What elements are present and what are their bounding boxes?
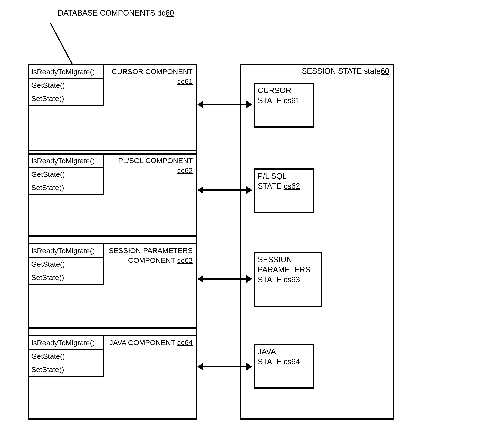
arrow-java	[198, 366, 251, 367]
state-line3-prefix: STATE	[258, 275, 284, 284]
arrow-cursor	[198, 104, 251, 105]
state-line1: JAVA	[258, 347, 276, 356]
method-isready: IsReadyToMigrate()	[29, 155, 103, 168]
component-label: PL/SQL COMPONENT cc62	[103, 156, 193, 176]
method-getstate: GetState()	[29, 350, 103, 364]
methods-list: IsReadyToMigrate() GetState() SetState()	[29, 155, 104, 195]
state-ref: cs64	[284, 357, 300, 366]
state-line1: SESSION	[258, 255, 292, 264]
label-prefix: PL/SQL COMPONENT	[118, 157, 193, 165]
state-line1: P/L SQL	[258, 172, 287, 180]
label-ref: cc63	[177, 256, 193, 264]
method-setstate: SetState()	[29, 271, 103, 284]
method-isready: IsReadyToMigrate()	[29, 336, 103, 350]
arrow-session-params	[198, 278, 251, 280]
label-ref: cc61	[177, 77, 193, 85]
title-ref: 60	[165, 9, 174, 17]
state-plsql: P/L SQL STATE cs62	[254, 168, 314, 213]
method-getstate: GetState()	[29, 79, 103, 93]
method-setstate: SetState()	[29, 92, 103, 105]
label-ref: cc64	[177, 338, 193, 347]
state-ref: cs63	[284, 275, 300, 284]
state-line1: CURSOR	[258, 86, 291, 95]
method-setstate: SetState()	[29, 363, 103, 376]
arrow-plsql	[198, 190, 251, 191]
state-java: JAVA STATE cs64	[254, 344, 314, 389]
label-prefix: JAVA COMPONENT	[109, 338, 177, 347]
session-title-ref: 60	[381, 67, 389, 76]
state-line2: PARAMETERS	[258, 265, 310, 274]
title-pointer	[50, 23, 73, 65]
title-label: DATABASE COMPONENTS dc60	[58, 9, 174, 17]
label-ref: cc62	[177, 166, 193, 175]
database-components-box: IsReadyToMigrate() GetState() SetState()…	[28, 64, 197, 419]
component-plsql: IsReadyToMigrate() GetState() SetState()…	[29, 153, 196, 237]
label-line2-prefix: COMPONENT	[128, 256, 177, 264]
label-prefix: CURSOR COMPONENT	[112, 67, 193, 76]
session-state-box: SESSION STATE state60 CURSOR STATE cs61 …	[240, 64, 394, 419]
component-label: SESSION PARAMETERS COMPONENT cc63	[109, 246, 193, 265]
methods-list: IsReadyToMigrate() GetState() SetState()	[29, 244, 104, 285]
session-title-prefix: SESSION STATE state	[302, 67, 381, 76]
state-session-params: SESSION PARAMETERS STATE cs63	[254, 252, 323, 307]
methods-list: IsReadyToMigrate() GetState() SetState()	[29, 336, 104, 377]
state-line2-prefix: STATE	[258, 357, 284, 366]
component-cursor: IsReadyToMigrate() GetState() SetState()…	[29, 65, 196, 151]
state-cursor: CURSOR STATE cs61	[254, 83, 314, 128]
state-ref: cs61	[284, 96, 300, 105]
state-ref: cs62	[284, 182, 300, 191]
component-session-params: IsReadyToMigrate() GetState() SetState()…	[29, 243, 196, 329]
method-getstate: GetState()	[29, 258, 103, 272]
state-line2-prefix: STATE	[258, 182, 284, 191]
session-state-title: SESSION STATE state60	[302, 67, 389, 76]
method-isready: IsReadyToMigrate()	[29, 65, 103, 79]
methods-list: IsReadyToMigrate() GetState() SetState()	[29, 65, 104, 106]
method-getstate: GetState()	[29, 168, 103, 181]
state-line2-prefix: STATE	[258, 96, 284, 105]
method-isready: IsReadyToMigrate()	[29, 244, 103, 258]
title-text: DATABASE COMPONENTS dc	[58, 9, 165, 17]
component-label: CURSOR COMPONENT cc61	[103, 67, 193, 86]
component-java: IsReadyToMigrate() GetState() SetState()…	[29, 335, 196, 418]
component-label: JAVA COMPONENT cc64	[109, 338, 193, 348]
method-setstate: SetState()	[29, 181, 103, 194]
label-line1: SESSION PARAMETERS	[109, 246, 193, 255]
diagram-canvas: DATABASE COMPONENTS dc60 IsReadyToMigrat…	[9, 9, 492, 439]
